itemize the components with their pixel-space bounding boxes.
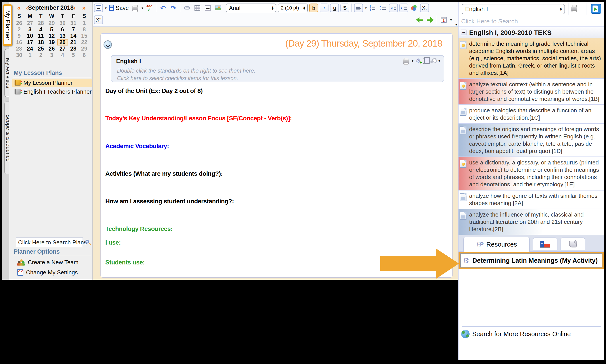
- lesson-plan-item-my-planner[interactable]: My Lesson Planner: [12, 78, 92, 87]
- lesson-section-label[interactable]: Academic Vocabulary:: [105, 143, 169, 150]
- collapse-panel-icon[interactable]: [591, 4, 601, 14]
- calendar-last-icon[interactable]: »: [82, 4, 86, 12]
- print-dropdown-icon[interactable]: ▾: [142, 6, 143, 10]
- calendar-day[interactable]: 2: [14, 26, 25, 33]
- class-tools-dropdown-icon[interactable]: ▾: [438, 59, 440, 63]
- lesson-page[interactable]: (Day 29) Thursday, September 20, 2018 En…: [101, 33, 452, 278]
- calendar-day[interactable]: 20: [57, 39, 68, 45]
- lesson-plan-item-english-teachers[interactable]: English I Teachers Planner: [12, 87, 92, 96]
- change-settings-item[interactable]: ✓✓ Change My Settings: [17, 268, 78, 276]
- spellcheck-button[interactable]: ABC ✓: [145, 3, 154, 12]
- lesson-section-label[interactable]: Technology Resources:: [105, 225, 173, 233]
- calendar-day[interactable]: 15: [79, 33, 90, 39]
- calendar-day[interactable]: 26: [14, 20, 25, 26]
- standard-item[interactable]: analyze textual context (within a senten…: [459, 79, 604, 105]
- standards-search-input[interactable]: Click Here to Search: [459, 16, 604, 27]
- class-print-dropdown-icon[interactable]: ▾: [412, 59, 413, 63]
- font-size-select[interactable]: 2 (10 pt) ▲▼: [278, 3, 308, 12]
- standard-item[interactable]: analyze how the genre of texts with simi…: [459, 191, 604, 209]
- print-button[interactable]: [131, 3, 140, 12]
- lesson-section-label[interactable]: Activities (What are my students doing?)…: [105, 170, 223, 177]
- calendar-day[interactable]: 30: [14, 52, 25, 58]
- calendar-day[interactable]: 24: [25, 45, 35, 52]
- calendar-day[interactable]: 4: [35, 26, 46, 33]
- standard-item[interactable]: analyze the influence of mythic, classic…: [459, 209, 604, 235]
- create-new-team-item[interactable]: Create a New Team: [17, 258, 78, 266]
- calendar-day[interactable]: 14: [68, 33, 79, 39]
- class-hint-2[interactable]: Click here to select checklist items for…: [117, 75, 238, 81]
- standard-item[interactable]: produce analogies that describe a functi…: [459, 105, 604, 124]
- goto-date-button[interactable]: [439, 15, 448, 24]
- insert-table-button[interactable]: [193, 3, 202, 12]
- toolbar-collapse-icon[interactable]: ▾: [455, 22, 457, 27]
- calendar-day[interactable]: 31: [68, 20, 79, 26]
- horizontal-rule-button[interactable]: [203, 3, 212, 12]
- calendar-day[interactable]: 3: [46, 52, 57, 58]
- tab-teks[interactable]: [533, 237, 557, 250]
- calendar-day[interactable]: 18: [35, 39, 46, 45]
- search-online-button[interactable]: Search for More Resources Online: [461, 330, 604, 338]
- collapse-group-icon[interactable]: −: [461, 30, 466, 35]
- numbered-list-button[interactable]: 123: [368, 3, 377, 12]
- superscript-button[interactable]: X²: [94, 15, 103, 24]
- class-add-activity-icon[interactable]: ⚙: [416, 57, 421, 64]
- redo-button[interactable]: ↷: [169, 3, 178, 12]
- calendar-day[interactable]: 16: [14, 39, 25, 45]
- indent-button[interactable]: ▸: [399, 3, 408, 12]
- calendar-day[interactable]: 28: [68, 45, 79, 52]
- text-color-button[interactable]: [410, 3, 419, 12]
- class-hint-1[interactable]: Double click the standards on the right …: [117, 67, 256, 74]
- calendar-day[interactable]: 10: [25, 33, 35, 39]
- activity-item-highlighted[interactable]: ⚙ Determining Latin Meanings (My Activit…: [459, 252, 604, 269]
- calendar-day[interactable]: 13: [57, 33, 68, 39]
- standard-item[interactable]: use a dictionary, a glossary, or a thesa…: [459, 157, 604, 191]
- tab-my-planner[interactable]: My Planner: [3, 4, 12, 46]
- calendar-day[interactable]: 17: [25, 39, 35, 45]
- calendar-day[interactable]: 8: [79, 26, 90, 33]
- bullet-list-button[interactable]: •••: [379, 3, 387, 12]
- insert-image-button[interactable]: [214, 3, 222, 12]
- panel-print-icon[interactable]: [571, 7, 577, 12]
- calendar-day[interactable]: 1: [25, 52, 35, 58]
- subscript-button[interactable]: X₂: [420, 3, 429, 12]
- lesson-section-label[interactable]: Day of the Unit (Ex: Day 2 out of 8): [105, 87, 203, 94]
- calendar-day[interactable]: 21: [68, 39, 79, 45]
- calendar-day[interactable]: 5: [46, 26, 57, 33]
- calendar-day[interactable]: 5: [68, 52, 79, 58]
- lesson-section-label[interactable]: How am I assessing student understanding…: [105, 198, 234, 205]
- standard-item[interactable]: determine the meaning of grade-level tec…: [459, 39, 604, 79]
- class-copy-icon[interactable]: [423, 58, 428, 64]
- calendar-day[interactable]: 7: [68, 26, 79, 33]
- lesson-section-label[interactable]: Today's Key Understanding/Lesson Focus […: [105, 115, 292, 122]
- tab-resources[interactable]: ⚙ Resources: [463, 237, 530, 252]
- new-document-button[interactable]: +: [94, 3, 103, 12]
- calendar-next-icon[interactable]: ›: [74, 4, 76, 12]
- course-select[interactable]: English I ▲▼: [462, 4, 565, 14]
- calendar-day[interactable]: 30: [57, 20, 68, 26]
- calendar-day[interactable]: 27: [57, 45, 68, 52]
- class-tools-icon[interactable]: [430, 58, 436, 63]
- calendar-day[interactable]: 4: [57, 52, 68, 58]
- class-standards-box[interactable]: English I ▾ ⚙ ▾ Double click the standar…: [111, 55, 444, 82]
- calendar-day[interactable]: 6: [57, 26, 68, 33]
- calendar-day[interactable]: 3: [25, 26, 35, 33]
- calendar-day[interactable]: 12: [46, 33, 57, 39]
- calendar-day[interactable]: 23: [14, 45, 25, 52]
- calendar-day[interactable]: 9: [14, 33, 25, 39]
- clock-icon[interactable]: [103, 40, 112, 49]
- calendar-day[interactable]: 2: [35, 52, 46, 58]
- search-plans-input[interactable]: Click Here to Search Plans: [16, 237, 83, 247]
- calendar-day[interactable]: 28: [35, 20, 46, 26]
- new-document-dropdown-icon[interactable]: ▾: [105, 6, 107, 10]
- goto-date-dropdown-icon[interactable]: ▾: [450, 18, 452, 22]
- bold-button[interactable]: b: [309, 3, 318, 12]
- lesson-section-label[interactable]: Students use:: [105, 259, 145, 266]
- calendar-day[interactable]: 29: [79, 45, 90, 52]
- calendar-day[interactable]: 25: [35, 45, 46, 52]
- lesson-section-label[interactable]: I use:: [105, 239, 121, 246]
- calendar-day[interactable]: 22: [79, 39, 90, 45]
- calendar-day[interactable]: 27: [25, 20, 35, 26]
- align-dropdown-icon[interactable]: ▾: [365, 6, 367, 10]
- insert-link-button[interactable]: [182, 3, 191, 12]
- save-button[interactable]: Save: [108, 3, 129, 12]
